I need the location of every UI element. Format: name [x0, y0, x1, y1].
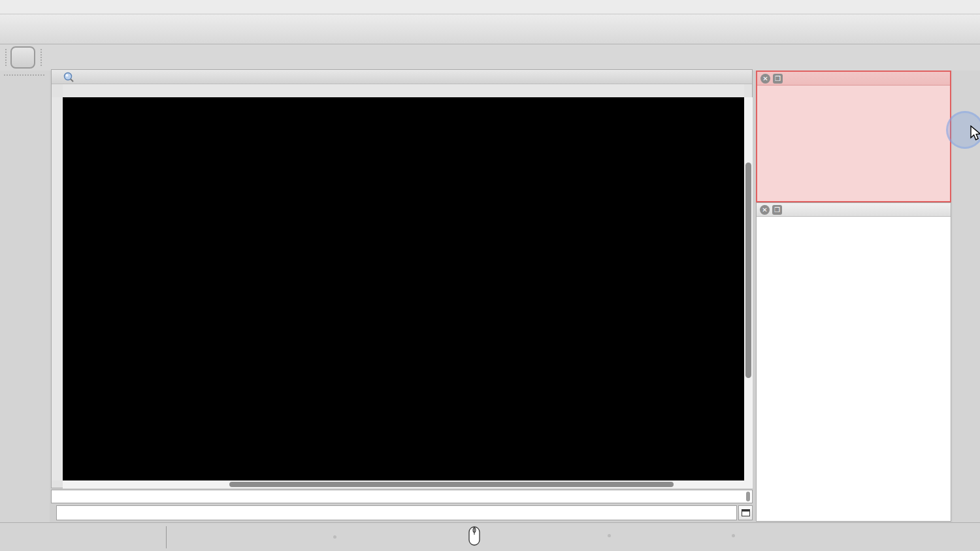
vertical-scrollbar-thumb[interactable]: [745, 163, 751, 378]
status-bar: [0, 522, 980, 551]
statusbar-dot: [608, 534, 611, 537]
horizontal-scrollbar-thumb[interactable]: [229, 482, 674, 487]
layers-panel: ✕ ❐: [756, 202, 951, 522]
secondary-toolbar: [0, 44, 980, 71]
mouse-icon: [468, 526, 481, 547]
statusbar-divider: [166, 526, 167, 548]
mouse-cursor: [970, 125, 980, 145]
blocks-panel: ✕ ❐: [756, 71, 951, 202]
toolbar-handle: [41, 49, 42, 66]
detach-icon[interactable]: ❐: [773, 74, 783, 84]
command-history: [51, 490, 753, 503]
selection-tool-button[interactable]: [10, 46, 35, 69]
command-history-scrollbar[interactable]: [746, 492, 750, 501]
command-options-button[interactable]: [738, 505, 753, 520]
zoom-app-icon: [63, 72, 74, 82]
main-toolbar: [0, 14, 980, 44]
horizontal-scrollbar[interactable]: [63, 480, 753, 488]
blocks-panel-title-bar[interactable]: ✕ ❐: [757, 72, 950, 86]
close-icon[interactable]: ✕: [760, 74, 770, 84]
vertical-ruler: [52, 97, 63, 480]
layers-toolbar: [757, 217, 951, 234]
horizontal-ruler: [63, 84, 744, 97]
command-row: [51, 505, 753, 521]
command-input[interactable]: [56, 505, 737, 520]
toolbar-handle: [5, 49, 7, 66]
menu-bar: [0, 0, 980, 14]
blocks-toolbar: [757, 86, 950, 102]
tool-palette: [0, 71, 50, 522]
statusbar-dot: [333, 535, 336, 539]
layers-panel-title-bar[interactable]: ✕ ❐: [757, 203, 951, 217]
drawing-canvas[interactable]: [63, 97, 744, 480]
detach-icon[interactable]: ❐: [772, 205, 782, 215]
statusbar-dot: [732, 534, 735, 537]
close-icon[interactable]: ✕: [760, 205, 770, 215]
vertical-scrollbar[interactable]: [744, 97, 753, 480]
document-window: [51, 69, 753, 488]
document-title-bar[interactable]: [52, 70, 752, 84]
